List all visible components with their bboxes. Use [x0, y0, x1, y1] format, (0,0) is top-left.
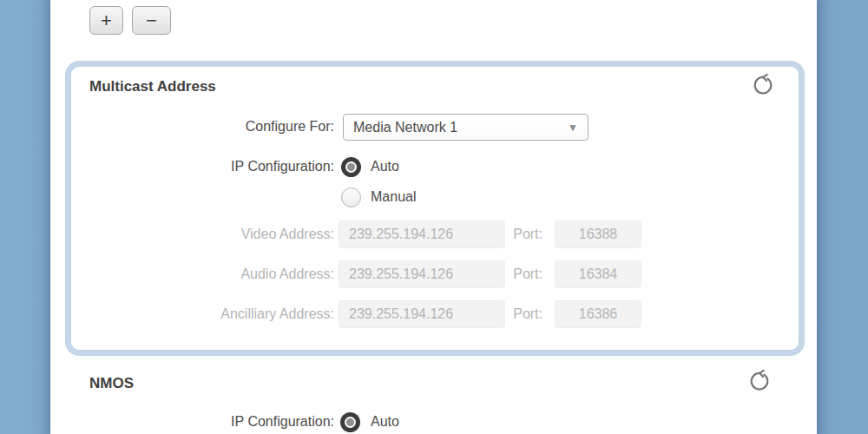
video-address-label: Video Address: [71, 225, 334, 244]
audio-address-label: Audio Address: [71, 265, 334, 284]
nmos-reset-button[interactable] [747, 369, 772, 393]
nmos-radio-auto[interactable] [340, 412, 360, 432]
panel-title: Multicast Address [89, 77, 216, 96]
ancillary-port-input[interactable] [555, 300, 641, 328]
configure-for-dropdown[interactable]: Media Network 1 ▼ [343, 114, 589, 141]
video-port-input[interactable] [555, 220, 641, 248]
radio-auto-label[interactable]: Auto [371, 157, 399, 176]
radio-manual[interactable] [341, 187, 361, 207]
nmos-ip-configuration-label: IP Configuration: [71, 412, 334, 431]
undo-icon [747, 383, 772, 396]
audio-port-label: Port: [456, 265, 542, 284]
ancillary-address-label: Ancilliary Address: [71, 305, 334, 324]
undo-icon [751, 87, 775, 100]
nmos-title: NMOS [89, 374, 134, 393]
radio-manual-label[interactable]: Manual [371, 187, 416, 207]
dropdown-value: Media Network 1 [353, 118, 457, 137]
add-button[interactable]: + [89, 6, 123, 35]
chevron-down-icon: ▼ [568, 122, 578, 134]
radio-auto[interactable] [341, 157, 361, 177]
ancillary-port-label: Port: [456, 305, 542, 324]
ip-configuration-label: IP Configuration: [71, 157, 334, 176]
setup-page: + − Multicast Address Configure For: Med… [0, 0, 868, 434]
audio-port-input[interactable] [555, 260, 641, 288]
multicast-reset-button[interactable] [751, 73, 775, 97]
configure-for-label: Configure For: [71, 117, 334, 136]
video-port-label: Port: [456, 225, 542, 244]
nmos-radio-auto-label[interactable]: Auto [371, 412, 399, 431]
remove-button[interactable]: − [132, 6, 171, 35]
